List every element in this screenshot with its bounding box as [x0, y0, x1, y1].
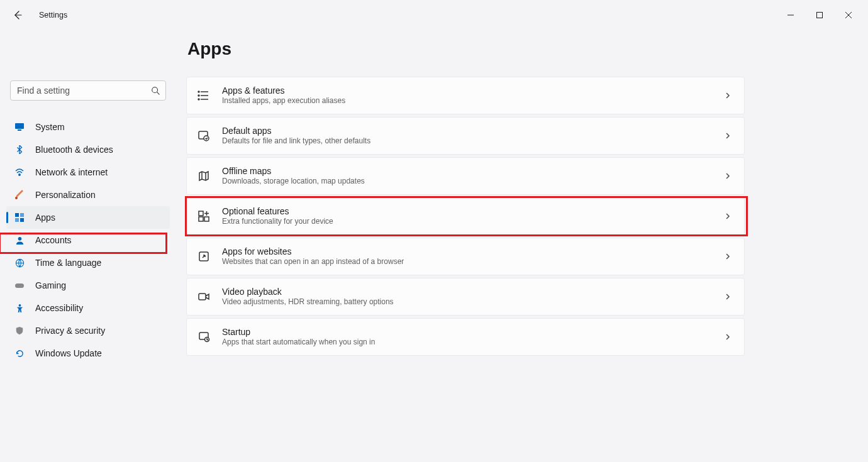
svg-point-4	[19, 174, 20, 175]
sidebar-item-apps[interactable]: Apps	[6, 206, 170, 229]
map-icon	[197, 169, 211, 183]
video-icon	[197, 290, 211, 304]
svg-point-13	[18, 304, 21, 306]
maximize-button[interactable]	[805, 5, 834, 25]
chevron-right-icon	[724, 293, 732, 300]
svg-rect-21	[204, 217, 209, 221]
card-desc: Apps that start automatically when you s…	[222, 338, 375, 347]
svg-point-18	[204, 136, 209, 141]
svg-rect-2	[15, 123, 24, 129]
svg-rect-7	[20, 213, 24, 217]
sidebar-item-privacy[interactable]: Privacy & security	[6, 319, 170, 342]
card-offline-maps[interactable]: Offline maps Downloads, storage location…	[186, 157, 745, 195]
sidebar-item-network[interactable]: Network & internet	[6, 161, 170, 184]
update-icon	[14, 348, 25, 359]
startup-icon	[197, 330, 211, 344]
card-optional-features[interactable]: Optional features Extra functionality fo…	[186, 197, 745, 235]
close-icon	[845, 12, 852, 18]
sidebar-item-label: Windows Update	[35, 348, 102, 358]
optional-features-icon	[197, 209, 211, 223]
svg-rect-9	[20, 218, 24, 222]
sidebar-item-gaming[interactable]: Gaming	[6, 274, 170, 297]
sidebar-item-label: Personalization	[35, 190, 96, 200]
sidebar-item-label: Apps	[35, 212, 55, 223]
sidebar-item-label: Accounts	[35, 235, 72, 245]
card-title: Offline maps	[222, 166, 365, 177]
close-button[interactable]	[834, 5, 863, 25]
minimize-button[interactable]	[776, 5, 805, 25]
accessibility-icon	[14, 302, 25, 314]
svg-rect-8	[15, 218, 19, 222]
card-video-playback[interactable]: Video playback Video adjustments, HDR st…	[186, 278, 745, 316]
sidebar-nav: System Bluetooth & devices Network & int…	[6, 116, 170, 365]
svg-rect-0	[817, 13, 823, 18]
main-content: Apps Apps & features Installed apps, app…	[176, 30, 868, 462]
window-title: Settings	[39, 11, 67, 19]
sidebar-item-personalization[interactable]: Personalization	[6, 184, 170, 206]
page-title: Apps	[187, 39, 745, 59]
sidebar-item-accounts[interactable]: Accounts	[6, 229, 170, 251]
minimize-icon	[787, 12, 794, 18]
sidebar-item-label: Privacy & security	[35, 326, 105, 336]
sidebar-item-windows-update[interactable]: Windows Update	[6, 342, 170, 365]
card-default-apps[interactable]: Default apps Defaults for file and link …	[186, 117, 745, 155]
card-title: Video playback	[222, 287, 394, 298]
card-startup[interactable]: Startup Apps that start automatically wh…	[186, 318, 745, 356]
svg-rect-19	[199, 211, 203, 216]
maximize-icon	[816, 12, 823, 18]
card-desc: Websites that can open in an app instead…	[222, 257, 404, 267]
back-button[interactable]	[8, 5, 28, 25]
card-title: Apps & features	[222, 85, 345, 97]
card-apps-features[interactable]: Apps & features Installed apps, app exec…	[186, 77, 745, 114]
sidebar-item-label: Accessibility	[35, 303, 83, 313]
svg-point-1	[152, 87, 158, 93]
chevron-right-icon	[724, 132, 732, 140]
card-desc: Extra functionality for your device	[222, 217, 333, 226]
arrow-left-icon	[13, 10, 23, 20]
chevron-right-icon	[724, 172, 732, 180]
sidebar-item-label: Network & internet	[35, 167, 108, 177]
window-controls	[776, 5, 863, 25]
monitor-icon	[14, 121, 25, 133]
cards-list: Apps & features Installed apps, app exec…	[186, 77, 745, 356]
chevron-right-icon	[724, 253, 732, 260]
svg-point-10	[18, 236, 21, 240]
sidebar-item-accessibility[interactable]: Accessibility	[6, 297, 170, 319]
svg-rect-6	[15, 213, 19, 217]
gamepad-icon	[14, 280, 25, 291]
search-icon	[151, 86, 160, 95]
brush-icon	[14, 189, 25, 201]
chevron-right-icon	[724, 333, 732, 341]
apps-icon	[14, 212, 25, 223]
svg-rect-12	[15, 283, 24, 288]
svg-rect-20	[199, 217, 203, 221]
card-title: Optional features	[222, 206, 333, 217]
default-apps-icon	[197, 129, 211, 143]
sidebar-item-time-language[interactable]: Time & language	[6, 251, 170, 274]
search-wrap	[10, 80, 166, 101]
svg-point-16	[198, 99, 199, 100]
card-desc: Video adjustments, HDR streaming, batter…	[222, 297, 394, 307]
list-icon	[197, 89, 211, 102]
card-apps-for-websites[interactable]: Apps for websites Websites that can open…	[186, 238, 745, 275]
svg-rect-3	[18, 129, 21, 131]
svg-point-5	[15, 197, 18, 199]
sidebar-item-label: Time & language	[35, 258, 101, 268]
card-title: Startup	[222, 327, 375, 338]
chevron-right-icon	[724, 212, 732, 220]
card-desc: Defaults for file and link types, other …	[222, 136, 370, 146]
search-input[interactable]	[10, 80, 166, 101]
sidebar-item-label: Gaming	[35, 280, 66, 290]
card-title: Apps for websites	[222, 246, 404, 258]
person-icon	[14, 234, 25, 246]
sidebar-item-bluetooth[interactable]: Bluetooth & devices	[6, 138, 170, 161]
card-desc: Installed apps, app execution aliases	[222, 96, 345, 106]
sidebar-item-label: Bluetooth & devices	[35, 145, 113, 155]
card-title: Default apps	[222, 126, 370, 137]
svg-point-15	[198, 95, 199, 96]
sidebar: System Bluetooth & devices Network & int…	[0, 30, 176, 462]
sidebar-item-system[interactable]: System	[6, 116, 170, 138]
chevron-right-icon	[724, 92, 732, 99]
link-icon	[197, 250, 211, 263]
bluetooth-icon	[14, 144, 25, 155]
